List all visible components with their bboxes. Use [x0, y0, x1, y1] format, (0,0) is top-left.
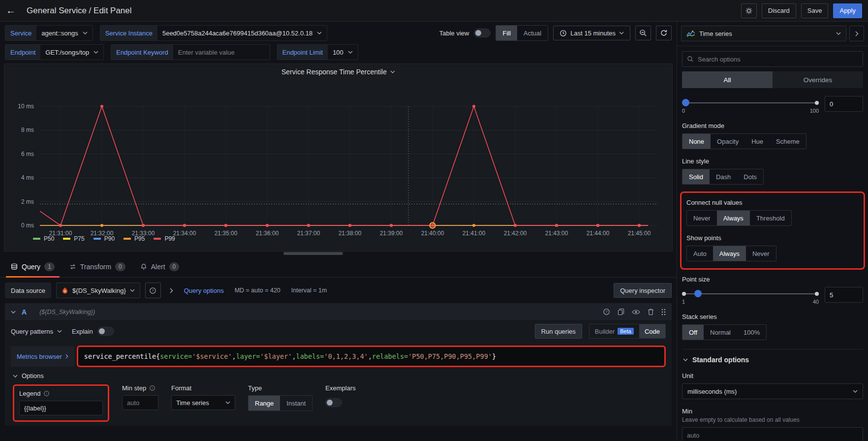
points-never-option[interactable]: Never — [746, 246, 776, 261]
svg-text:21:41:00: 21:41:00 — [463, 230, 486, 237]
slider-handle[interactable] — [694, 290, 702, 297]
fill-opacity-value[interactable]: 0 — [825, 96, 863, 112]
drag-handle-icon[interactable] — [661, 309, 666, 315]
fill-opacity-slider[interactable] — [682, 99, 819, 106]
scrollbar-handle[interactable] — [283, 252, 343, 255]
collapse-chevron-icon[interactable] — [11, 311, 16, 314]
point-size-slider[interactable] — [682, 290, 819, 297]
svg-text:2 ms: 2 ms — [21, 198, 34, 205]
help-circle-icon[interactable]: ? — [603, 308, 610, 315]
collapse-pane-button[interactable] — [849, 26, 864, 41]
line-dash-option[interactable]: Dash — [710, 169, 737, 184]
stack-100-option[interactable]: 100% — [737, 325, 766, 340]
max-data-points-text: MD = auto = 420 — [235, 287, 280, 294]
min-input[interactable]: auto — [682, 427, 863, 441]
datasource-help-button[interactable]: ? — [145, 283, 161, 298]
tab-overrides[interactable]: Overrides — [773, 71, 863, 88]
tab-transform[interactable]: Transform 0 — [62, 256, 132, 278]
viz-picker[interactable]: Time series — [681, 26, 846, 41]
point-size-value[interactable]: 5 — [825, 287, 863, 303]
svg-text:i: i — [152, 386, 153, 390]
line-solid-option[interactable]: Solid — [682, 169, 710, 184]
unit-select[interactable]: milliseconds (ms) — [682, 383, 863, 399]
query-ref-id: A — [22, 308, 27, 316]
eye-icon[interactable] — [632, 309, 640, 315]
trash-icon[interactable] — [648, 308, 654, 315]
standard-options-header[interactable]: Standard options — [682, 349, 863, 370]
standard-options-label: Standard options — [692, 356, 749, 364]
builder-option[interactable]: Builder Beta — [589, 324, 639, 338]
metrics-browser-button[interactable]: Metrics browser — [11, 346, 74, 367]
variable-endpoint-limit-value[interactable]: 100 — [328, 45, 358, 60]
legend-item-P75[interactable]: P75 — [63, 235, 84, 242]
panel-header[interactable]: Service Response Time Percentile — [4, 64, 672, 80]
slider-max-label: 100 — [810, 108, 819, 114]
min-step-input[interactable]: auto — [122, 395, 158, 410]
search-options-input[interactable]: Search options — [682, 51, 863, 67]
legend-label: P95 — [134, 235, 145, 242]
actual-option[interactable]: Actual — [517, 26, 548, 40]
variable-endpoint-value[interactable]: GET:/songs/top — [40, 45, 103, 60]
options-header[interactable]: Options — [11, 372, 666, 379]
fill-option[interactable]: Fill — [496, 26, 517, 40]
duplicate-icon[interactable] — [618, 308, 624, 315]
gradient-scheme-option[interactable]: Scheme — [770, 134, 806, 149]
query-expression-input[interactable]: service_percentile{service='$service', l… — [77, 346, 666, 367]
query-patterns-label: Query patterns — [11, 328, 53, 335]
table-view-toggle[interactable] — [474, 29, 491, 37]
variable-service-instance-value[interactable]: 5eed0e5758a244aca6e7699415d360aa@10.52.0… — [157, 26, 327, 40]
zoom-out-icon — [639, 29, 647, 37]
code-option[interactable]: Code — [639, 324, 665, 338]
run-queries-button[interactable]: Run queries — [535, 324, 582, 339]
datasource-picker[interactable]: ${DS_SkyWalking} — [56, 283, 140, 298]
legend-item-P99[interactable]: P99 — [154, 235, 175, 242]
tab-alert[interactable]: Alert 0 — [133, 256, 186, 278]
tab-query[interactable]: Query 1 — [4, 256, 62, 278]
format-select[interactable]: Time series — [171, 395, 235, 410]
legend-field-annotation: Legend i {{label}} — [13, 384, 109, 422]
svg-text:21:34:00: 21:34:00 — [173, 230, 196, 237]
gradient-hue-option[interactable]: Hue — [745, 134, 770, 149]
discard-button[interactable]: Discard — [762, 3, 796, 18]
nulls-never-option[interactable]: Never — [687, 211, 717, 225]
type-instant-option[interactable]: Instant — [280, 396, 312, 410]
query-row-header[interactable]: A (${DS_SkyWalking}) ? — [5, 303, 672, 321]
datasource-name: ${DS_SkyWalking} — [72, 287, 126, 294]
line-dots-option[interactable]: Dots — [737, 169, 763, 184]
gradient-none-option[interactable]: None — [682, 134, 711, 149]
legend-item-P90[interactable]: P90 — [93, 235, 115, 242]
gradient-opacity-option[interactable]: Opacity — [711, 134, 745, 149]
min-step-label: Min step — [122, 384, 146, 392]
legend-item-P95[interactable]: P95 — [124, 235, 145, 242]
points-always-option[interactable]: Always — [713, 246, 746, 261]
timeseries-chart[interactable]: 0 ms2 ms4 ms6 ms8 ms10 ms21:31:0021:32:0… — [8, 80, 663, 237]
tab-all[interactable]: All — [682, 71, 773, 88]
time-range-picker[interactable]: Last 15 minutes — [553, 26, 630, 40]
panel-settings-button[interactable] — [741, 3, 757, 18]
query-toolbar-right: Run queries Builder Beta Code — [535, 324, 666, 339]
variable-service-value[interactable]: agent::songs — [36, 26, 92, 40]
zoom-out-button[interactable] — [635, 26, 651, 40]
save-button[interactable]: Save — [801, 3, 829, 18]
query-options-link[interactable]: Query options — [184, 287, 224, 294]
chevron-right-icon[interactable] — [170, 288, 173, 293]
query-patterns-dropdown[interactable]: Query patterns — [11, 328, 62, 335]
points-auto-option[interactable]: Auto — [687, 246, 713, 261]
stack-off-option[interactable]: Off — [682, 325, 704, 340]
stack-normal-option[interactable]: Normal — [704, 325, 737, 340]
min-placeholder: auto — [687, 432, 699, 439]
exemplars-toggle[interactable] — [325, 398, 342, 407]
explain-toggle[interactable] — [97, 327, 114, 336]
apply-button[interactable]: Apply — [833, 3, 862, 18]
nulls-threshold-option[interactable]: Threshold — [750, 211, 791, 225]
legend-format-input[interactable]: {{label}} — [19, 401, 103, 415]
refresh-button[interactable] — [656, 26, 672, 40]
type-label: Type — [248, 384, 262, 392]
legend-item-P50[interactable]: P50 — [33, 235, 54, 242]
query-inspector-button[interactable]: Query inspector — [614, 283, 672, 298]
slider-handle[interactable] — [682, 99, 689, 106]
endpoint-keyword-input[interactable]: Enter variable value — [173, 45, 270, 60]
nulls-always-option[interactable]: Always — [717, 211, 750, 225]
back-arrow-icon[interactable]: ← — [6, 5, 20, 16]
type-range-option[interactable]: Range — [248, 396, 280, 410]
